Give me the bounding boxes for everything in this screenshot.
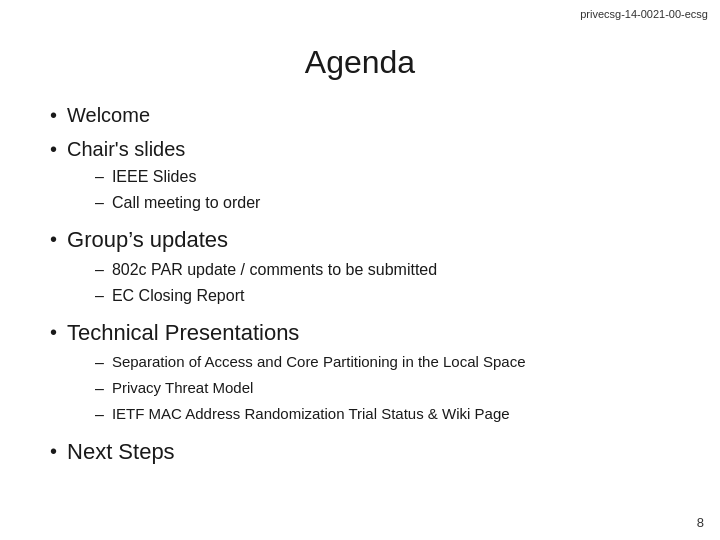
main-content: Agenda • Welcome • Chair's slides – IEEE… — [0, 0, 720, 493]
sub-label-call-meeting: Call meeting to order — [112, 191, 261, 215]
item-label-welcome: Welcome — [67, 101, 150, 129]
sub-item-ec-closing: – EC Closing Report — [95, 284, 437, 308]
sub-dash-icon: – — [95, 351, 104, 375]
document-id: privecsg-14-0021-00-ecsg — [580, 8, 708, 20]
sub-label-privacy-threat: Privacy Threat Model — [112, 377, 253, 400]
sub-dash-icon: – — [95, 284, 104, 308]
item-label-next-steps: Next Steps — [67, 437, 175, 468]
item-label-technical-presentations: Technical Presentations — [67, 320, 299, 345]
sub-dash-icon: – — [95, 258, 104, 282]
bullet-icon: • — [50, 318, 57, 346]
sub-label-ietf-mac: IETF MAC Address Randomization Trial Sta… — [112, 403, 510, 426]
technical-presentations-sub-list: – Separation of Access and Core Partitio… — [67, 351, 526, 427]
item-groups-updates-group: Group’s updates – 802c PAR update / comm… — [67, 225, 437, 312]
list-item-technical-presentations: • Technical Presentations – Separation o… — [50, 318, 670, 431]
sub-dash-icon: – — [95, 165, 104, 189]
item-technical-presentations-group: Technical Presentations – Separation of … — [67, 318, 526, 431]
item-label-chairs-slides: Chair's slides — [67, 138, 185, 160]
item-chairs-slides-group: Chair's slides – IEEE Slides – Call meet… — [67, 135, 260, 219]
list-item-chairs-slides: • Chair's slides – IEEE Slides – Call me… — [50, 135, 670, 219]
list-item-groups-updates: • Group’s updates – 802c PAR update / co… — [50, 225, 670, 312]
bullet-icon: • — [50, 101, 57, 129]
groups-updates-sub-list: – 802c PAR update / comments to be submi… — [67, 258, 437, 308]
sub-item-ieee-slides: – IEEE Slides — [95, 165, 260, 189]
sub-item-ietf-mac: – IETF MAC Address Randomization Trial S… — [95, 403, 526, 427]
agenda-list: • Welcome • Chair's slides – IEEE Slides… — [50, 101, 670, 467]
sub-label-ec-closing: EC Closing Report — [112, 284, 245, 308]
item-label-groups-updates: Group’s updates — [67, 227, 228, 252]
page-number: 8 — [697, 515, 704, 530]
chairs-slides-sub-list: – IEEE Slides – Call meeting to order — [67, 165, 260, 215]
sub-dash-icon: – — [95, 377, 104, 401]
sub-dash-icon: – — [95, 403, 104, 427]
list-item-next-steps: • Next Steps — [50, 437, 670, 468]
bullet-icon: • — [50, 135, 57, 163]
bullet-icon: • — [50, 437, 57, 465]
sub-label-ieee-slides: IEEE Slides — [112, 165, 196, 189]
bullet-icon: • — [50, 225, 57, 253]
sub-item-separation-access: – Separation of Access and Core Partitio… — [95, 351, 526, 375]
sub-item-privacy-threat: – Privacy Threat Model — [95, 377, 526, 401]
page-title: Agenda — [50, 44, 670, 81]
sub-item-call-meeting: – Call meeting to order — [95, 191, 260, 215]
sub-label-802c-par: 802c PAR update / comments to be submitt… — [112, 258, 437, 282]
sub-dash-icon: – — [95, 191, 104, 215]
list-item-welcome: • Welcome — [50, 101, 670, 129]
sub-item-802c-par: – 802c PAR update / comments to be submi… — [95, 258, 437, 282]
sub-label-separation-access: Separation of Access and Core Partitioni… — [112, 351, 526, 374]
